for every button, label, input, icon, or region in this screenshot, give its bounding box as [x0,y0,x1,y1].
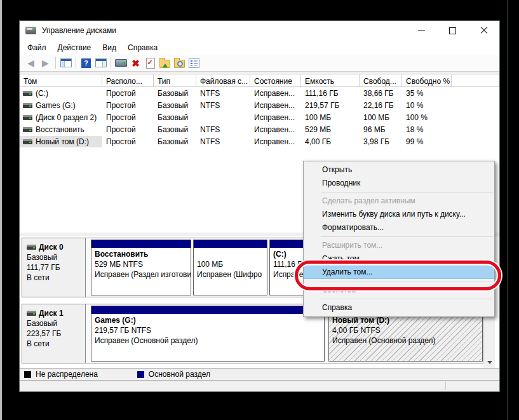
free-cell: 96 МБ [360,125,402,134]
help-button[interactable] [79,56,93,70]
capacity-cell: 4,00 ГБ [301,137,360,146]
menu-help[interactable]: Справка [122,41,163,54]
free-pct-cell: 10 % [402,101,452,110]
context-menu-item-extend-volume: Расширить том... [304,239,494,252]
open-button[interactable] [158,56,172,70]
type-cell: Базовый [154,137,196,146]
menu-bar: Файл Действие Вид Справка [20,40,499,55]
disk-0-label[interactable]: Диск 0 Базовый 111,77 ГБ В сети [22,238,86,297]
table-row-selected[interactable]: Новый том (D:) Простой Базовый NTFS Испр… [20,136,499,147]
volume-cell[interactable]: Новый том (D:) [20,136,102,147]
disk-1-label[interactable]: Диск 1 Базовый 223,57 ГБ В сети [22,304,86,363]
menu-view[interactable]: Вид [97,41,122,54]
show-action-pane-button[interactable] [93,56,108,70]
column-header-filesystem[interactable]: Файловая с... [196,74,250,87]
help-icon [81,58,91,68]
delete-icon [131,58,140,68]
volume-icon [23,103,32,108]
legend-bar: Не распределена Основной раздел [20,368,499,381]
back-button[interactable]: ◀ [24,56,38,70]
disk-1-name: Диск 1 [27,308,85,318]
capacity-cell: 529 МБ [301,125,360,134]
legend-primary-label: Основной раздел [149,370,210,379]
column-header-free-pct[interactable]: Свободно % [402,74,452,87]
status-cell: Исправен... [250,113,301,122]
screen: Управление дисками Файл Действие Вид Спр… [0,0,519,420]
column-header-type[interactable]: Тип [154,74,196,87]
toolbar-separator [55,57,56,69]
partition-status: Исправен (Шифро [197,269,264,280]
scroll-down-button[interactable] [484,357,495,368]
table-row[interactable]: (Диск 0 раздел 2) Простой Базовый Исправ… [20,112,499,123]
toolbar-separator [111,57,111,69]
close-button[interactable] [468,21,499,40]
properties-button[interactable] [143,56,158,70]
disk-icon [27,311,36,316]
maximize-icon [449,27,456,34]
partition-efi[interactable]: 100 МБ Исправен (Шифро [193,240,267,295]
volume-context-menu: Открыть Проводник Сделать раздел активны… [303,161,495,317]
disk-1-status: В сети [27,339,85,349]
customize-button[interactable] [187,56,201,70]
rescan-disks-button[interactable] [114,56,128,70]
maximize-button[interactable] [437,21,468,40]
explore-button[interactable] [172,56,187,70]
menu-file[interactable]: Файл [22,41,52,54]
back-icon: ◀ [27,58,34,67]
table-row[interactable]: (C:) Простой Базовый NTFS Исправен... 11… [20,88,499,99]
context-menu-item-help[interactable]: Справка [304,301,494,315]
status-cell: Исправен... [250,125,301,134]
show-console-tree-button[interactable] [58,56,73,70]
column-header-capacity[interactable]: Емкость [301,74,360,87]
context-menu-item-open[interactable]: Открыть [304,163,494,177]
layout-cell: Простой [102,113,154,122]
context-menu-separator [321,299,493,299]
menu-action[interactable]: Действие [52,41,97,54]
type-cell: Базовый [154,101,196,110]
context-menu-item-format[interactable]: Форматировать... [304,221,494,234]
partition-title [197,249,264,259]
partition-size: 100 МБ [197,259,264,269]
partition-recovery[interactable]: Восстановить 529 МБ NTFS Исправен (Разде… [91,240,191,295]
column-header-free[interactable]: Свобод... [360,74,402,87]
minimize-button[interactable] [406,21,437,40]
titlebar: Управление дисками [20,21,499,40]
partition-size: 4,00 ГБ NTFS [332,325,479,335]
column-header-volume[interactable]: Том [20,74,102,87]
primary-partition-strip [91,306,324,314]
action-pane-icon [95,58,107,67]
table-row[interactable]: Games (G:) Простой Базовый NTFS Исправен… [20,100,499,111]
layout-cell: Простой [102,125,154,134]
partition-status: Исправен (Раздел изготови [95,269,187,280]
disk-1-type: Базовый [27,318,85,329]
column-header-layout[interactable]: Располо... [102,74,154,87]
free-pct-cell: 35 % [402,89,452,98]
column-header-filler [452,74,499,87]
disk-0-type: Базовый [27,252,85,262]
properties-icon [146,58,155,69]
context-menu-item-change-drive-letter[interactable]: Изменить букву диска или путь к диску... [304,208,494,221]
free-cell: 3,98 ГБ [360,137,402,146]
fs-cell: NTFS [196,137,250,146]
volume-cell[interactable]: (C:) [20,88,102,99]
volume-cell[interactable]: Восстановить [20,124,102,135]
column-header-status[interactable]: Состояние [250,74,301,87]
window-controls [406,21,499,40]
table-row[interactable]: Восстановить Простой Базовый NTFS Исправ… [20,124,499,135]
partition-games[interactable]: Games (G:) 219,57 ГБ NTFS Исправен (Осно… [91,306,325,362]
disk-1-size: 223,57 ГБ [27,329,85,339]
volume-icon [23,139,32,144]
explore-folder-icon [174,60,185,68]
forward-button[interactable]: ▶ [38,56,53,70]
capacity-cell: 100 МБ [301,113,360,122]
window-title: Управление дисками [42,26,116,35]
volume-cell[interactable]: (Диск 0 раздел 2) [20,112,102,123]
delete-button[interactable] [128,56,143,70]
unallocated-color-swatch [24,371,31,378]
fs-cell: NTFS [196,101,250,110]
context-menu-item-explorer[interactable]: Проводник [304,177,494,190]
volume-cell[interactable]: Games (G:) [20,100,102,111]
disk-0-size: 111,77 ГБ [27,262,85,273]
partition-status: Исправен (Основной раздел) [95,335,321,346]
free-pct-cell: 99 % [402,137,452,146]
